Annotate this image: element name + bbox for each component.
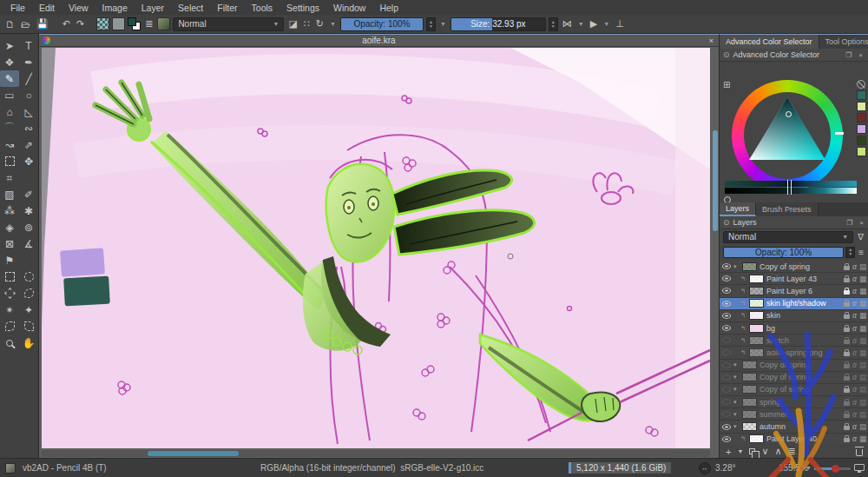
bezier-curve-tool[interactable]: ⌒ [0, 120, 19, 136]
alpha-lock-icon[interactable]: α [852, 385, 857, 394]
line-tool[interactable]: ╱ [19, 70, 38, 87]
history-swatch-3[interactable] [857, 124, 866, 134]
inherit-alpha-icon[interactable]: ▦ [859, 324, 866, 333]
inherit-alpha-icon[interactable]: ▦ [859, 311, 866, 320]
visibility-off-icon[interactable] [722, 412, 731, 417]
pan-tool[interactable]: ✋ [19, 335, 38, 351]
zoom-slider-knob[interactable] [832, 465, 839, 473]
color-selector-settings-icon[interactable]: ⊞ [723, 80, 730, 89]
unlock-icon[interactable] [844, 278, 850, 282]
layer-row[interactable]: ▾Copy of springα▤ [720, 261, 868, 273]
alpha-lock-icon[interactable]: α [852, 398, 857, 407]
colorize-mask-tool[interactable]: ⁂ [0, 202, 19, 219]
alpha-lock-icon[interactable]: α [852, 324, 857, 333]
measure-tool[interactable]: ∡ [19, 235, 38, 252]
passthrough-icon[interactable]: ▤ [859, 262, 866, 271]
fg-bg-colors[interactable] [128, 17, 141, 30]
polygon-tool[interactable]: ⌂ [0, 103, 19, 120]
undo-icon[interactable]: ↶ [61, 18, 72, 30]
layer-row[interactable]: ↰bgα▦ [720, 322, 868, 335]
passthrough-icon[interactable]: ▤ [859, 361, 866, 369]
brush-preset-thumbnail[interactable] [5, 463, 16, 474]
passthrough-icon[interactable]: ▤ [859, 398, 866, 407]
alpha-lock-icon[interactable]: α [852, 422, 857, 431]
alpha-lock-icon[interactable]: α [852, 434, 857, 443]
rect-select-tool[interactable] [0, 268, 19, 285]
dynamic-brush-tool[interactable]: ↝ [0, 136, 19, 153]
alpha-lock-icon[interactable]: α [852, 275, 857, 283]
menu-view[interactable]: View [62, 3, 95, 13]
horizontal-scrollbar[interactable] [42, 450, 710, 457]
chevron-down-icon[interactable]: ▼ [438, 21, 448, 27]
passthrough-icon[interactable]: ▤ [859, 385, 866, 394]
vertical-scrollbar[interactable] [712, 48, 718, 448]
zoom-tool[interactable] [0, 335, 19, 351]
canvas-titlebar[interactable]: aoife.kra × [39, 35, 719, 47]
visibility-off-icon[interactable] [722, 387, 731, 392]
layer-row[interactable]: ▾Copy of springα▤ [720, 384, 868, 396]
trim-canvas-icon[interactable]: ⊥ [614, 18, 626, 30]
menu-filter[interactable]: Filter [210, 3, 244, 13]
chevron-down-icon[interactable]: ▼ [576, 21, 586, 27]
layer-row[interactable]: ↰skin light/shadowα▦ [720, 298, 868, 310]
visibility-on-icon[interactable] [722, 436, 731, 441]
history-swatch-4[interactable] [857, 136, 866, 145]
freehand-path-tool[interactable]: ∾ [19, 120, 38, 136]
delete-layer-button[interactable] [856, 449, 863, 456]
layer-row[interactable]: ▾Copy of springα▤ [720, 372, 868, 384]
canvas[interactable] [42, 48, 710, 448]
gradient-chooser[interactable] [96, 17, 109, 30]
tab-layers[interactable]: Layers [720, 202, 756, 216]
zoom-slider[interactable] [814, 467, 851, 470]
move-layer-up-button[interactable]: ∧ [774, 446, 781, 457]
gradient-tool[interactable]: ▧ [0, 186, 19, 202]
visibility-off-icon[interactable] [722, 350, 731, 355]
chevron-down-icon[interactable]: ▼ [806, 465, 812, 471]
hue-wheel[interactable] [732, 80, 843, 191]
close-docker-icon[interactable]: × [857, 51, 865, 59]
menu-edit[interactable]: Edit [32, 3, 62, 13]
float-docker-icon[interactable]: ❐ [845, 219, 854, 227]
move-layer-down-button[interactable]: ∨ [761, 446, 768, 457]
visibility-on-icon[interactable] [722, 424, 731, 429]
image-size-indicator[interactable]: 5,120 x 1,440 (1.6 GiB) [569, 462, 671, 474]
close-docker-icon[interactable]: × [858, 219, 865, 227]
inherit-alpha-icon[interactable]: ▦ [859, 336, 866, 345]
tab-tool-options[interactable]: Tool Options [819, 35, 868, 49]
layer-row[interactable]: ▾springα▤ [720, 396, 868, 408]
rotation-reset-icon[interactable]: ↔ [699, 462, 711, 474]
brush-preset-chooser[interactable] [157, 17, 170, 30]
alpha-lock-icon[interactable]: α [852, 410, 857, 419]
inherit-alpha-icon[interactable]: ▦ [859, 348, 866, 357]
menu-window[interactable]: Window [326, 3, 372, 13]
horizontal-scrollbar-thumb[interactable] [148, 451, 239, 456]
size-spinner[interactable]: ▲▼ [549, 17, 558, 31]
move-tool[interactable]: ✥ [19, 153, 38, 169]
hamburger-menu-icon[interactable]: ≡ [857, 248, 865, 257]
transform-select-tool[interactable]: ➤ [0, 37, 19, 54]
rectangle-tool[interactable]: ▭ [0, 87, 19, 103]
layer-properties-button[interactable]: ≣ [788, 446, 796, 457]
visibility-on-icon[interactable] [722, 301, 731, 306]
chevron-down-icon[interactable]: ▼ [328, 21, 338, 27]
opacity-spinner[interactable]: ▲▼ [426, 17, 436, 31]
enclose-fill-tool[interactable]: ⊚ [19, 219, 38, 235]
unlock-icon[interactable] [844, 438, 850, 442]
wraparound-mode-icon[interactable]: ▶ [589, 18, 599, 30]
add-layer-button[interactable]: + [726, 447, 731, 457]
visibility-off-icon[interactable] [722, 374, 731, 380]
history-swatch-0[interactable] [857, 90, 866, 100]
unlock-icon[interactable] [844, 364, 850, 368]
mirror-horizontal-icon[interactable]: ⋈ [561, 18, 574, 30]
inherit-alpha-icon[interactable]: ▦ [859, 287, 866, 295]
layer-opacity-slider[interactable]: Opacity: 100% [723, 247, 844, 258]
lock-icon[interactable] [844, 352, 850, 356]
history-swatch-1[interactable] [857, 102, 866, 111]
text-tool[interactable]: T [19, 37, 38, 54]
visibility-on-icon[interactable] [722, 313, 731, 318]
close-icon[interactable]: × [704, 36, 719, 45]
tab-advanced-color-selector[interactable]: Advanced Color Selector [720, 35, 819, 49]
unlock-icon[interactable] [844, 315, 850, 319]
layer-row[interactable]: ▾Copy of springα▤ [720, 360, 868, 372]
opacity-slider[interactable]: Opacity: 100% [340, 17, 424, 31]
